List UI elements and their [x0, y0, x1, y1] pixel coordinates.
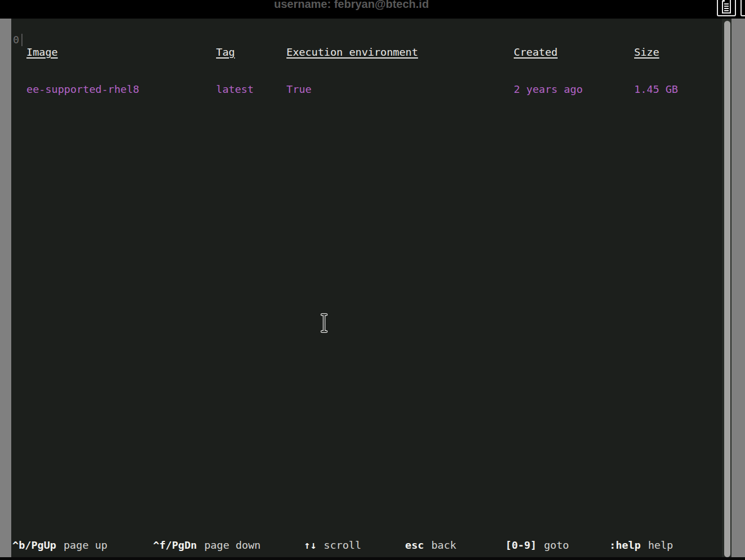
- help-key: ^f/PgDn: [153, 539, 197, 551]
- column-size: Size 1.45 GB: [634, 21, 678, 108]
- column-header-created: Created: [514, 46, 583, 59]
- scrollbar-thumb[interactable]: [724, 21, 730, 557]
- help-label: page down: [204, 539, 261, 551]
- help-item-help: :helphelp: [609, 539, 673, 552]
- help-item-goto: [0-9]goto: [505, 539, 569, 552]
- column-header-size: Size: [634, 46, 678, 59]
- help-label: page up: [64, 539, 107, 551]
- help-key: :help: [609, 539, 641, 551]
- arrows-up-down-icon: ↑↓: [304, 539, 316, 551]
- cell-execution-environment[interactable]: True: [286, 83, 418, 96]
- help-key: [0-9]: [505, 539, 537, 551]
- cell-image[interactable]: ee-supported-rhel8: [26, 83, 139, 96]
- column-header-execution-environment: Execution environment: [286, 46, 418, 59]
- help-label: scroll: [324, 539, 361, 551]
- help-item-back: escback: [405, 539, 456, 552]
- help-label: goto: [544, 539, 569, 551]
- help-item-page-up: ^b/PgUppage up: [12, 539, 107, 552]
- help-item-scroll: ↑↓scroll: [304, 539, 361, 552]
- column-image: Image ee-supported-rhel8: [26, 21, 139, 108]
- cell-tag[interactable]: latest: [216, 83, 254, 96]
- help-key: esc: [405, 539, 424, 551]
- help-item-page-down: ^f/PgDnpage down: [153, 539, 261, 552]
- document-button[interactable]: [717, 0, 736, 16]
- frame-border-right: [731, 19, 745, 557]
- column-execution-environment: Execution environment True: [286, 21, 418, 108]
- partial-toolbar-button[interactable]: [740, 0, 745, 16]
- frame-border-bottom: [0, 557, 745, 560]
- help-label: back: [431, 539, 456, 551]
- column-header-tag: Tag: [216, 46, 254, 59]
- top-toolbar: username: febryan@btech.id: [0, 0, 745, 19]
- column-header-image: Image: [26, 46, 139, 59]
- frame-border-left: [0, 19, 11, 557]
- help-label: help: [648, 539, 674, 551]
- help-key: ^b/PgUp: [12, 539, 56, 551]
- username-label: username: febryan@btech.id: [274, 0, 429, 11]
- text-cursor-icon: [320, 313, 329, 335]
- column-created: Created 2 years ago: [514, 21, 583, 108]
- cell-created[interactable]: 2 years ago: [514, 83, 583, 96]
- document-icon: [721, 0, 732, 15]
- row-index-separator: [21, 34, 23, 46]
- column-tag: Tag latest: [216, 21, 254, 108]
- cell-size[interactable]: 1.45 GB: [634, 83, 678, 96]
- row-index: 0: [13, 34, 19, 46]
